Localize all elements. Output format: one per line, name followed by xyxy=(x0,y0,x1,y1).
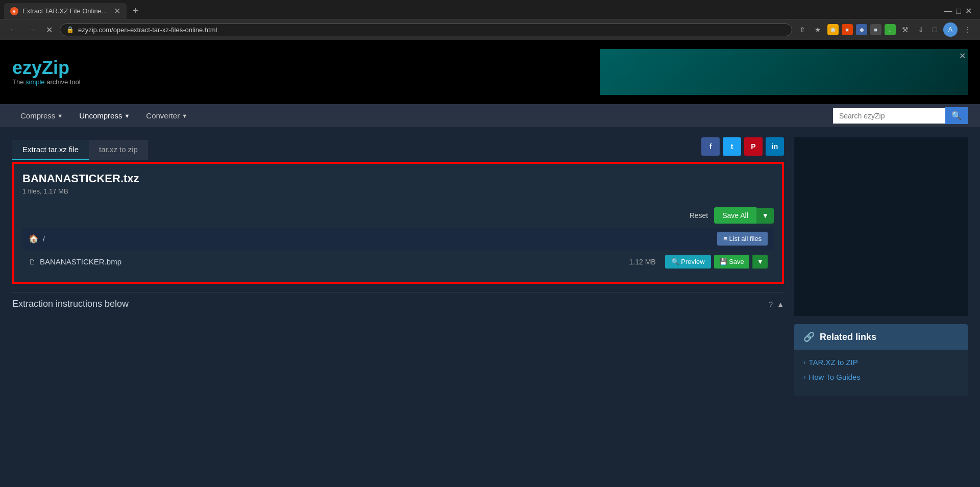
compress-caret-icon: ▼ xyxy=(57,113,63,119)
nav-menu: Compress ▼ Uncompress ▼ Converter ▼ xyxy=(12,104,195,127)
extension-icon-5[interactable]: ↓ xyxy=(885,24,896,35)
puzzle-icon[interactable]: ⚒ xyxy=(899,23,912,36)
action-bar: Reset Save All ▼ xyxy=(22,203,774,228)
twitter-share-button[interactable]: t xyxy=(723,137,741,156)
file-browser: 🏠 / ≡ List all files 🗋 BANANASTICKER.bmp… xyxy=(22,228,774,274)
converter-caret-icon: ▼ xyxy=(182,113,187,119)
related-links-panel: 🔗 Related links › TAR.XZ to ZIP › How To… xyxy=(794,324,968,396)
nav-compress[interactable]: Compress ▼ xyxy=(12,104,71,127)
browser-action-buttons: ⇧ ★ ◉ ■ ◆ ■ ↓ ⚒ ⇓ □ A ⋮ xyxy=(796,22,974,37)
profile-button[interactable]: A xyxy=(943,22,958,37)
list-all-files-button[interactable]: ≡ List all files xyxy=(717,232,768,246)
related-links-header: 🔗 Related links xyxy=(794,324,968,350)
window-minimize[interactable]: — xyxy=(944,7,952,16)
sidebar-toggle-icon[interactable]: □ xyxy=(930,23,940,36)
tab-extract-tarxz[interactable]: Extract tar.xz file xyxy=(12,140,89,160)
site-header: ezyZip The simple archive tool ✕ xyxy=(0,40,980,104)
pinterest-share-button[interactable]: P xyxy=(744,137,763,156)
file-left: 🗋 BANANASTICKER.bmp xyxy=(29,257,121,266)
question-icon[interactable]: ? xyxy=(769,300,773,308)
logo[interactable]: ezyZip The simple archive tool xyxy=(12,59,81,86)
search-input[interactable] xyxy=(833,108,945,124)
arrow-icon-1: › xyxy=(803,358,805,366)
new-tab-button[interactable]: + xyxy=(129,3,143,19)
extension-icon-2[interactable]: ■ xyxy=(842,24,853,35)
extraction-controls: ? ▲ xyxy=(769,300,784,308)
extraction-title: Extraction instructions below xyxy=(12,299,129,309)
window-close[interactable]: ✕ xyxy=(965,6,972,16)
dir-path: 🏠 / xyxy=(29,234,45,243)
related-link-label-2: How To Guides xyxy=(808,373,860,381)
uncompress-caret-icon: ▼ xyxy=(124,113,130,119)
search-wrap: 🔍 xyxy=(833,107,968,124)
ad-close-button[interactable]: ✕ xyxy=(959,51,966,61)
tab-bar: e Extract TAR.XZ File Online (No li... ✕… xyxy=(0,0,980,19)
browser-chrome: e Extract TAR.XZ File Online (No li... ✕… xyxy=(0,0,980,40)
back-button[interactable]: ← xyxy=(6,23,20,36)
forward-button[interactable]: → xyxy=(24,23,39,36)
file-name: BANANASTICKER.txz xyxy=(22,172,774,185)
linkedin-share-button[interactable]: in xyxy=(766,137,784,156)
sidebar: 🔗 Related links › TAR.XZ to ZIP › How To… xyxy=(794,137,968,396)
preview-button[interactable]: 🔍 Preview xyxy=(665,255,711,269)
save-all-group: Reset Save All ▼ xyxy=(690,207,774,224)
nav-uncompress[interactable]: Uncompress ▼ xyxy=(71,104,138,127)
menu-icon[interactable]: ⋮ xyxy=(961,23,974,36)
extension-icon-3[interactable]: ◆ xyxy=(856,24,867,35)
share-icon[interactable]: ⇧ xyxy=(796,23,808,36)
reset-button[interactable]: Reset xyxy=(690,211,708,220)
reload-button[interactable]: ✕ xyxy=(43,23,56,37)
related-link-label-1: TAR.XZ to ZIP xyxy=(808,358,857,367)
page-tabs: Extract tar.xz file tar.xz to zip xyxy=(12,140,148,160)
url-text: ezyzip.com/open-extract-tar-xz-files-onl… xyxy=(78,26,786,34)
related-links-body: › TAR.XZ to ZIP › How To Guides xyxy=(794,350,968,396)
browser-toolbar: ← → ✕ 🔒 ezyzip.com/open-extract-tar-xz-f… xyxy=(0,19,980,40)
save-all-dropdown-button[interactable]: ▼ xyxy=(756,208,774,224)
file-row: 🗋 BANANASTICKER.bmp 1.12 MB 🔍 Preview 💾 … xyxy=(22,250,774,274)
site-nav: Compress ▼ Uncompress ▼ Converter ▼ 🔍 xyxy=(0,104,980,127)
bookmark-icon[interactable]: ★ xyxy=(812,23,824,36)
logo-text: ezyZip xyxy=(12,59,81,77)
file-entry-name: BANANASTICKER.bmp xyxy=(40,257,121,266)
address-bar[interactable]: 🔒 ezyzip.com/open-extract-tar-xz-files-o… xyxy=(60,23,792,36)
file-panel: BANANASTICKER.txz 1 files, 1.17 MB Reset… xyxy=(12,162,784,284)
page-wrapper: ezyZip The simple archive tool ✕ Compres… xyxy=(0,40,980,406)
tab-tarxz-to-zip[interactable]: tar.xz to zip xyxy=(89,140,148,160)
extraction-bar: Extraction instructions below ? ▲ xyxy=(12,292,784,315)
download-icon[interactable]: ⇓ xyxy=(915,23,927,36)
social-bar: f t P in xyxy=(701,137,784,156)
related-link-tarxz-to-zip[interactable]: › TAR.XZ to ZIP xyxy=(803,358,959,367)
file-meta: 1 files, 1.17 MB xyxy=(22,187,774,195)
main-layout: Extract tar.xz file tar.xz to zip f t P … xyxy=(0,127,980,406)
home-icon: 🏠 xyxy=(29,234,39,243)
main-content: Extract tar.xz file tar.xz to zip f t P … xyxy=(12,137,784,315)
nav-converter[interactable]: Converter ▼ xyxy=(138,104,195,127)
facebook-share-button[interactable]: f xyxy=(701,137,720,156)
save-file-button[interactable]: 💾 Save xyxy=(714,255,749,269)
close-tab-button[interactable]: ✕ xyxy=(114,6,120,16)
window-maximize[interactable]: □ xyxy=(956,7,961,16)
browser-tab-active[interactable]: e Extract TAR.XZ File Online (No li... ✕ xyxy=(4,3,127,19)
sidebar-ad xyxy=(794,137,968,316)
extension-icon-1[interactable]: ◉ xyxy=(827,24,839,35)
file-doc-icon: 🗋 xyxy=(29,258,36,266)
file-size: 1.12 MB xyxy=(629,258,656,266)
related-links-title: Related links xyxy=(820,332,876,343)
lock-icon: 🔒 xyxy=(66,26,74,33)
related-links-icon: 🔗 xyxy=(803,331,815,343)
save-all-button[interactable]: Save All xyxy=(714,207,756,224)
toggle-icon[interactable]: ▲ xyxy=(777,300,784,308)
arrow-icon-2: › xyxy=(803,373,805,381)
logo-tagline: The simple archive tool xyxy=(12,78,81,86)
tab-favicon: e xyxy=(10,7,18,15)
related-link-how-to-guides[interactable]: › How To Guides xyxy=(803,373,959,381)
file-actions: 1.12 MB 🔍 Preview 💾 Save ▼ xyxy=(629,255,768,269)
extension-icon-4[interactable]: ■ xyxy=(870,24,881,35)
tab-title: Extract TAR.XZ File Online (No li... xyxy=(22,7,110,15)
header-ad-banner: ✕ xyxy=(600,49,968,95)
search-button[interactable]: 🔍 xyxy=(945,107,968,124)
dir-row: 🏠 / ≡ List all files xyxy=(22,228,774,250)
save-file-dropdown-button[interactable]: ▼ xyxy=(752,255,768,269)
